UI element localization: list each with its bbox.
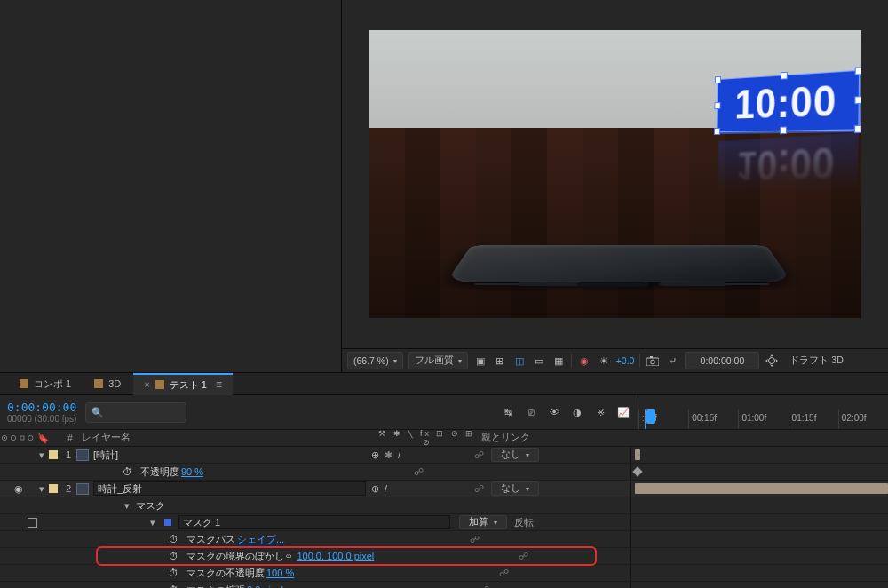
composition-icon [20,379,28,388]
tab-3d[interactable]: 3D [83,375,131,393]
resolution-dropdown[interactable]: フル画質 ▾ [408,352,468,369]
exposure-value[interactable]: +0.0 [616,355,635,366]
property-mask-path[interactable]: マスクパス [186,533,235,546]
col-number: # [62,433,78,443]
toggle-mask-icon[interactable]: ◫ [512,354,527,368]
frame-info: 00000 (30.00 fps) [7,414,76,424]
visibility-icon[interactable]: ◉ [14,483,23,495]
pickwhip-icon[interactable]: ☍ [499,568,509,579]
parent-dropdown[interactable]: なし▾ [491,481,539,496]
stopwatch-icon[interactable]: ⏱ [123,466,132,477]
stopwatch-icon[interactable]: ⏱ [169,551,178,561]
keyframe-icon[interactable] [632,466,642,476]
overlay-clock-layer[interactable]: 10:00 [717,71,859,131]
property-opacity[interactable]: 不透明度 [140,465,179,479]
stopwatch-icon[interactable]: ⏱ [169,534,178,544]
time-ruler[interactable]: :00f 00:15f 01:00f 01:15f 02:00f [638,409,888,429]
snapshot-icon[interactable] [646,354,660,368]
motion-blur-icon[interactable]: ※ [593,405,607,419]
timeline-panel: コンポ 1 3D × テスト 1 ≡ 0:00:00:00 00000 (30.… [0,372,888,588]
mask-feather-value[interactable]: 100.0, 100.0 pixel [297,551,374,561]
mask-invert-label[interactable]: 反転 [514,516,534,529]
comp-flow-icon[interactable]: ↹ [501,405,515,419]
layer-name-input[interactable]: 時計_反射 [93,481,366,496]
mask-expansion-value[interactable]: 0.0 pixel [247,584,283,588]
twirl-icon[interactable]: ▾ [123,500,131,512]
layer-name[interactable]: [時計] [93,449,118,462]
pickwhip-icon[interactable]: ☍ [414,466,424,478]
zoom-dropdown[interactable]: (66.7 %) ▾ [347,352,403,369]
parent-value: なし [501,449,520,461]
timeline-tabs: コンポ 1 3D × テスト 1 ≡ [0,373,888,395]
label-color[interactable] [49,484,58,493]
twirl-icon[interactable]: ▾ [37,483,46,495]
property-mask-opacity[interactable]: マスクの不透明度 [186,567,265,580]
svg-point-1 [651,360,655,364]
timeline-search[interactable]: 🔍 [85,402,186,423]
resolution-value: フル画質 [415,354,454,367]
pickwhip-icon[interactable]: ☍ [480,584,489,589]
shy-icon[interactable]: 👁 [547,405,561,419]
show-snapshot-icon[interactable]: ⤶ [665,354,679,368]
col-label: 🔖 [37,433,62,444]
pickwhip-icon[interactable]: ☍ [474,483,484,495]
label-color[interactable] [49,450,58,459]
property-mask-expansion[interactable]: マスクの拡張 [186,584,245,589]
search-input[interactable] [109,405,166,420]
color-mgmt-icon[interactable]: ◉ [577,354,591,368]
mask-path-value[interactable]: シェイプ... [237,534,284,544]
cti-head[interactable] [646,409,655,424]
opacity-value[interactable]: 90 % [181,466,203,477]
composition-icon [94,379,103,388]
search-icon: 🔍 [91,407,104,418]
toggle-alpha-icon[interactable]: ▣ [473,354,488,368]
phone-graphic [446,245,792,282]
tab-test1[interactable]: × テスト 1 ≡ [133,373,233,395]
frame-blend-icon[interactable]: ◑ [570,405,584,419]
roi-icon[interactable]: ▭ [532,354,546,368]
composition-icon [155,380,164,389]
graph-editor-icon[interactable]: 📈 [616,405,630,419]
composition-icon [76,483,89,495]
ruler-tick: 01:15f [792,413,817,423]
tab-label: コンポ 1 [34,377,71,391]
group-masks[interactable]: マスク [136,499,165,513]
fast-preview-dropdown[interactable]: ドラフト 3D [784,353,848,369]
renderer-icon[interactable] [765,354,779,368]
project-panel[interactable] [0,0,342,372]
svg-rect-0 [646,358,659,366]
layer-number: 1 [60,449,76,460]
draft3d-icon[interactable]: ⎚ [524,405,538,419]
transparency-grid-icon[interactable]: ▦ [551,354,566,368]
pickwhip-icon[interactable]: ☍ [519,551,528,562]
tab-label: 3D [108,378,121,389]
mask-color[interactable] [164,519,171,526]
composition-icon [76,449,89,461]
tab-comp1[interactable]: コンポ 1 [9,374,82,394]
toggle-grid-icon[interactable]: ⊞ [493,354,507,368]
overlay-clock-text: 10:00 [734,76,837,128]
col-switches: ⚒ ✱ ╲ fx ⊡ ⊙ ⊞ ⊘ [378,429,476,447]
current-time[interactable]: 0:00:00:00 [7,401,76,414]
mask-lock-checkbox[interactable] [28,518,37,528]
pickwhip-icon[interactable]: ☍ [474,449,484,461]
constrain-proportions-icon[interactable]: ∞ [286,552,291,560]
stopwatch-icon[interactable]: ⏱ [169,584,178,588]
mask-mode-dropdown[interactable]: 加算▾ [459,515,507,529]
exposure-icon[interactable]: ☀ [597,354,611,368]
ruler-tick: 00:15f [692,413,717,423]
svg-point-6 [11,435,15,440]
svg-point-5 [4,437,5,439]
preview-time[interactable]: 0:00:00:00 [685,352,759,369]
mask-name[interactable]: マスク 1 [178,515,450,529]
twirl-icon[interactable]: ▾ [148,517,157,528]
pickwhip-icon[interactable]: ☍ [470,534,480,545]
panel-menu-icon[interactable]: ≡ [216,378,222,391]
property-mask-feather[interactable]: マスクの境界のぼかし [186,550,284,563]
parent-dropdown[interactable]: なし▾ [491,448,539,462]
mask-opacity-value[interactable]: 100 % [266,568,294,578]
tab-label: テスト 1 [170,378,207,392]
twirl-icon[interactable]: ▾ [37,449,46,461]
stopwatch-icon[interactable]: ⏱ [169,568,178,578]
viewer-canvas[interactable]: 10:00 10:00 [342,0,888,348]
